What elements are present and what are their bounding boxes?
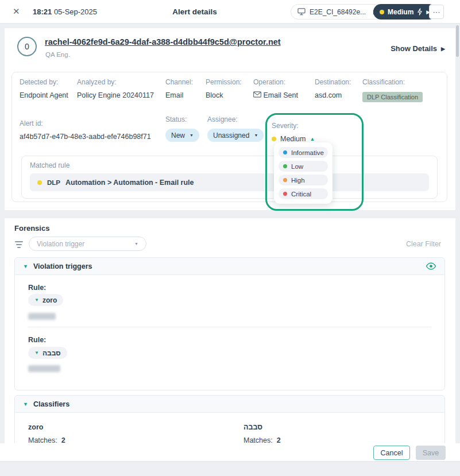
- redacted-content: [28, 365, 60, 372]
- classifiers-header[interactable]: ▼ Classifiers: [15, 396, 444, 413]
- severity-dot: [283, 178, 287, 182]
- field-label: Assignee:: [207, 115, 264, 123]
- severity-dot: [37, 180, 42, 185]
- rule-label: Rule:: [28, 284, 46, 292]
- severity-badge-button[interactable]: Medium ▶: [373, 4, 436, 20]
- field-value: Block: [206, 91, 242, 99]
- avatar: 0: [17, 37, 37, 56]
- chevron-down-icon: ▼: [254, 133, 258, 137]
- user-role: QA Eng.: [45, 51, 70, 58]
- field-label: Channel:: [165, 78, 193, 86]
- field-label: Destination:: [315, 78, 351, 86]
- alert-meta-box: Detected by: Endpoint Agent Analyzed by:…: [11, 72, 447, 202]
- user-email-link[interactable]: rachel-4062fe9d-6a29-4daf-a388-d4dbb44f9…: [45, 37, 281, 47]
- field-value: Endpoint Agent: [20, 91, 68, 99]
- classifier-name: zoro: [28, 423, 65, 431]
- alert-summary-panel: 0 rachel-4062fe9d-6a29-4daf-a388-d4dbb44…: [5, 28, 455, 210]
- severity-dropdown-toggle[interactable]: Medium ▲: [272, 135, 315, 143]
- envelope-icon: [253, 91, 261, 98]
- rule-tag-label: סבבה: [42, 349, 61, 357]
- operation-value: Email Sent: [263, 91, 297, 99]
- forensics-filter-dropdown[interactable]: Violation trigger ▼: [29, 237, 146, 251]
- section-title: Classifiers: [33, 400, 69, 408]
- redacted-content: [28, 313, 56, 320]
- violation-triggers-header[interactable]: ▼ Violation triggers: [15, 258, 444, 275]
- save-button[interactable]: Save: [416, 446, 446, 460]
- severity-option-high[interactable]: High: [279, 175, 328, 185]
- severity-option-label: High: [291, 177, 305, 184]
- field-status: Status: New ▼: [165, 115, 199, 142]
- severity-option-label: Critical: [291, 191, 311, 198]
- severity-option-label: Informative: [291, 149, 324, 156]
- endpoint-button-label: E2E_CI_68492e...: [310, 8, 366, 16]
- filter-icon[interactable]: [15, 241, 23, 250]
- rule-tag-zoro[interactable]: ▼ zoro: [28, 294, 63, 306]
- cancel-button[interactable]: Cancel: [373, 446, 410, 460]
- chevron-down-icon: ▼: [190, 133, 194, 137]
- assignee-dropdown[interactable]: Unassigned ▼: [207, 129, 264, 142]
- rule-tag-hebrew[interactable]: ▼ סבבה: [28, 347, 67, 359]
- status-value: New: [171, 131, 185, 140]
- assignee-value: Unassigned: [213, 131, 249, 140]
- classifier-name: סבבה: [243, 423, 281, 431]
- severity-value: Medium: [280, 135, 306, 143]
- field-value: Email Sent: [253, 91, 298, 99]
- classifier-item: zoro Matches: 2: [28, 423, 65, 444]
- rule-label: Rule:: [28, 336, 46, 344]
- field-value: asd.com: [315, 91, 351, 99]
- severity-dot: [380, 10, 384, 14]
- monitor-icon: [297, 8, 306, 16]
- section-title: Violation triggers: [33, 262, 92, 270]
- endpoint-button[interactable]: E2E_CI_68492e... ▶: [291, 4, 385, 20]
- field-operation: Operation: Email Sent: [253, 78, 298, 99]
- collapse-triangle-icon: ▼: [23, 401, 28, 407]
- severity-dot: [272, 137, 276, 141]
- field-label: Classification:: [362, 78, 423, 86]
- alert-timestamp: 18:21 05-Sep-2025: [33, 7, 97, 16]
- field-permission: Permission: Block: [206, 78, 242, 99]
- severity-option-informative[interactable]: Informative: [279, 147, 328, 158]
- matched-rule-name: Automation > Automation - Email rule: [65, 179, 194, 187]
- severity-dot: [283, 192, 287, 196]
- forensics-title: Forensics: [14, 224, 49, 233]
- field-label: Status:: [165, 115, 199, 123]
- show-details-button[interactable]: Show Details ▶: [391, 44, 445, 53]
- divider: [28, 327, 431, 327]
- severity-option-label: Low: [291, 163, 303, 170]
- rule-tag-label: zoro: [42, 296, 57, 304]
- scrollbar-thumb[interactable]: [456, 25, 459, 57]
- alert-time: 18:21: [33, 7, 52, 16]
- close-icon[interactable]: ✕: [13, 6, 20, 17]
- chevron-up-icon: ▲: [310, 136, 315, 142]
- severity-dropdown-menu: Informative Low High Critical: [274, 142, 333, 204]
- classification-badge: DLP Classification: [362, 92, 423, 102]
- severity-badge-label: Medium: [388, 8, 413, 16]
- show-details-label: Show Details: [391, 44, 437, 53]
- severity-option-low[interactable]: Low: [279, 161, 328, 172]
- more-options-button[interactable]: ···: [429, 5, 444, 19]
- field-label: Severity:: [272, 122, 315, 130]
- matched-rule-box: Matched rule DLP Automation > Automation…: [21, 156, 438, 199]
- filter-value: Violation trigger: [37, 240, 84, 248]
- field-channel: Channel: Email: [165, 78, 193, 99]
- severity-dot: [283, 150, 287, 154]
- matched-rule-label: Matched rule: [30, 161, 69, 169]
- severity-option-critical[interactable]: Critical: [279, 188, 328, 199]
- field-label: Analyzed by:: [77, 78, 154, 86]
- alert-date: 05-Sep-2025: [54, 7, 97, 16]
- field-severity: Severity: Medium ▲: [272, 122, 315, 143]
- eye-icon[interactable]: [426, 262, 436, 270]
- clear-filter-button[interactable]: Clear Filter: [406, 240, 441, 248]
- collapse-triangle-icon: ▼: [34, 297, 39, 303]
- field-destination: Destination: asd.com: [315, 78, 351, 99]
- footer-bar: Cancel Save: [0, 443, 460, 461]
- matched-rule-row[interactable]: DLP Automation > Automation - Email rule: [30, 173, 429, 191]
- header-bar: ✕ 18:21 05-Sep-2025 Alert details E2E_CI…: [0, 0, 460, 24]
- field-label: Alert id:: [20, 119, 151, 127]
- field-assignee: Assignee: Unassigned ▼: [207, 115, 264, 142]
- violation-triggers-card: ▼ Violation triggers Rule: ▼ zoro Rule: …: [14, 257, 445, 390]
- forensics-panel: Forensics Violation trigger ▼ Clear Filt…: [5, 218, 455, 461]
- field-label: Permission:: [206, 78, 242, 86]
- status-dropdown[interactable]: New ▼: [165, 129, 199, 142]
- field-alert-id: Alert id: af4b57d7-e47b-48e3-aabd-efe746…: [20, 119, 151, 141]
